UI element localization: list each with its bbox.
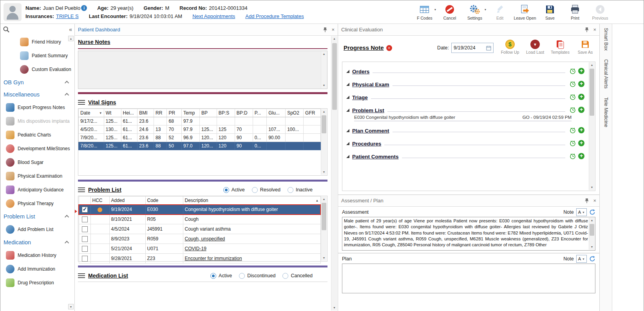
add-icon[interactable] — [578, 107, 584, 113]
timer-icon[interactable] — [570, 94, 576, 100]
column-header[interactable]: Date▼ — [79, 109, 104, 117]
sidebar-item-blood-sugar[interactable]: Blood Sugar — [0, 155, 74, 169]
refresh-icon[interactable] — [589, 209, 595, 215]
sidebar-item-pediatric-charts[interactable]: Pediatric Charts — [0, 128, 74, 142]
calendar-icon[interactable] — [486, 45, 491, 51]
add-procedure-templates-link[interactable]: Add Procedure Templates — [245, 13, 304, 19]
sidebar-item-add-problem-list[interactable]: Add Problem List — [0, 222, 74, 236]
sidebar-item-physical-therapy[interactable]: Physical Therapy — [0, 196, 74, 210]
nurse-notes-scrollbar[interactable]: ▲ ▼ — [321, 51, 327, 88]
print-button[interactable]: Print — [564, 4, 586, 20]
pin-icon[interactable] — [584, 198, 589, 204]
tab-clinical-alerts[interactable]: Clinical Alerts — [603, 59, 609, 89]
section-heading[interactable]: Triage — [352, 95, 368, 100]
add-icon[interactable] — [578, 127, 584, 133]
info-icon[interactable]: i — [81, 5, 87, 11]
scroll-up-icon[interactable]: ▲ — [331, 36, 337, 42]
date-input[interactable]: 9/19/2024 — [451, 43, 494, 53]
f-codes-button[interactable]: ▾ F Codes — [414, 4, 435, 20]
next-appointments-link[interactable]: Next Appointments — [192, 13, 235, 19]
load-last-button[interactable]: ▼ Load Last — [525, 40, 545, 55]
scroll-down-icon[interactable]: ▼ — [589, 185, 595, 190]
note-format-dropdown[interactable]: A ▼ — [576, 255, 587, 263]
sidebar-item-drug-prescription[interactable]: Drug Prescription — [0, 276, 74, 289]
timer-icon[interactable] — [570, 140, 576, 146]
collapse-triangle-icon[interactable] — [346, 96, 349, 99]
scroll-down-icon[interactable]: ▼ — [589, 244, 595, 250]
column-header[interactable]: BP — [199, 109, 217, 117]
sidebar-section-medication[interactable]: Medication — [0, 236, 74, 248]
column-header[interactable]: Wt — [104, 109, 121, 117]
add-icon[interactable] — [578, 81, 584, 87]
problem-row[interactable]: 8/10/2021 R05 Cough — [79, 215, 320, 224]
scroll-down-icon[interactable]: ▼ — [321, 255, 327, 261]
sidebar-item-medication-history[interactable]: Medication History — [0, 248, 74, 262]
problem-row-clipped[interactable]: 9/28/2021 Z23 Encounter for immunization — [79, 254, 320, 264]
sidebar-item-friend-history[interactable]: Friend History — [0, 35, 74, 49]
problem-row-selected[interactable]: 9/19/2024 E030 Congenital hypothyroidism… — [79, 205, 320, 215]
checkbox[interactable] — [82, 226, 88, 232]
settings-dropdown-icon[interactable]: ▾ — [485, 8, 486, 11]
follow-up-button[interactable]: $ Follow Up — [500, 40, 520, 55]
column-header[interactable]: BP:D — [235, 109, 253, 117]
collapse-triangle-icon[interactable] — [346, 155, 349, 158]
sections-scrollbar[interactable]: ▲ ▼ — [589, 62, 595, 190]
search-icon[interactable] — [3, 26, 10, 33]
add-icon[interactable] — [578, 140, 584, 146]
f-codes-dropdown-icon[interactable]: ▾ — [434, 8, 436, 11]
column-header[interactable]: Hei... — [121, 109, 137, 117]
timer-icon[interactable] — [570, 153, 576, 159]
problem-list-menu-icon[interactable] — [78, 187, 85, 192]
sidebar-item-anticipatory-guidance[interactable]: Anticipatory Guidance — [0, 183, 74, 196]
column-header[interactable]: Glu... — [267, 109, 286, 117]
checkbox[interactable] — [82, 216, 88, 222]
add-icon[interactable] — [578, 94, 584, 100]
column-header[interactable]: Temp — [182, 109, 200, 117]
sidebar-item-development-milestones[interactable]: Development MileStones — [0, 142, 74, 155]
sidebar-collapse-icon[interactable]: « — [69, 26, 72, 33]
column-header[interactable]: HCC — [90, 196, 109, 205]
remove-note-icon[interactable]: × — [386, 45, 392, 51]
section-heading[interactable]: Plan Comment — [352, 128, 389, 134]
section-heading[interactable]: Orders — [352, 69, 369, 75]
sidebar-scroll-up-icon[interactable]: ▲ — [68, 36, 74, 41]
medication-list-menu-icon[interactable] — [78, 273, 85, 278]
sidebar-scroll-down-icon[interactable]: ▼ — [68, 304, 74, 309]
scrollbar-thumb[interactable] — [322, 115, 326, 133]
collapse-triangle-icon[interactable] — [346, 129, 349, 132]
save-button[interactable]: Save — [539, 4, 561, 20]
timer-icon[interactable] — [570, 127, 576, 133]
insurances-link[interactable]: TRIPLE S — [56, 13, 79, 19]
vital-row[interactable]: 4/5/20...130...61...24.6137097.9125...12… — [79, 125, 321, 134]
sidebar-item-export-progress-notes[interactable]: Export Progress Notes — [0, 100, 74, 114]
scroll-down-icon[interactable]: ▼ — [331, 305, 337, 311]
collapse-triangle-icon[interactable] — [346, 109, 349, 112]
timer-icon[interactable] — [570, 68, 576, 74]
radio-discontinued[interactable] — [239, 273, 245, 279]
nurse-notes-textarea[interactable]: ▲ ▼ — [78, 51, 327, 89]
column-header[interactable]: Added — [109, 196, 145, 205]
radio-active[interactable] — [223, 187, 229, 193]
radio-cancelled[interactable] — [282, 273, 288, 279]
sidebar-section-ob-gyn[interactable]: OB Gyn — [0, 76, 74, 88]
save-as-button[interactable]: Save As — [575, 40, 595, 55]
scroll-up-icon[interactable]: ▲ — [589, 218, 595, 223]
problem-row[interactable]: 4/5/2024 J45991 Cough variant asthma — [79, 224, 320, 234]
scroll-up-icon[interactable]: ▲ — [589, 62, 595, 68]
tab-smart-box[interactable]: Smart Box — [603, 28, 609, 51]
collapse-triangle-icon[interactable] — [346, 142, 349, 145]
problem-list-scrollbar[interactable]: ▲ ▼ — [321, 196, 327, 261]
radio-resolved[interactable] — [252, 187, 258, 193]
add-icon[interactable] — [578, 68, 584, 74]
sidebar-section-problem-list[interactable]: Problem List — [0, 210, 74, 222]
vital-signs-menu-icon[interactable] — [78, 100, 85, 105]
scrollbar-thumb[interactable] — [322, 203, 326, 230]
section-heading[interactable]: Procedures — [352, 141, 381, 147]
column-header[interactable]: Code — [145, 196, 183, 205]
note-format-dropdown[interactable]: A ▼ — [576, 208, 587, 216]
column-header[interactable]: GFR — [304, 109, 321, 117]
column-header[interactable]: P... — [253, 109, 266, 117]
collapse-triangle-icon[interactable] — [346, 83, 349, 86]
close-icon[interactable]: × — [593, 27, 596, 32]
section-heading[interactable]: Physical Exam — [352, 82, 389, 87]
